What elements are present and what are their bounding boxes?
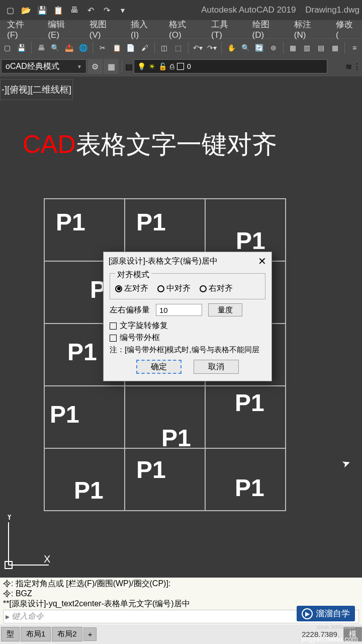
radio-center[interactable]: 中对齐 <box>157 283 191 294</box>
misc2-icon[interactable]: ⋮ <box>353 62 361 71</box>
menu-modify[interactable]: 修改( <box>329 20 362 38</box>
cell-text: P1 <box>235 389 264 417</box>
menu-edit[interactable]: 编辑(E) <box>41 20 82 38</box>
layers-icon[interactable]: ≋ <box>345 62 352 71</box>
cmd-history-line: 令: BGZ <box>3 589 359 599</box>
print-icon[interactable]: 🖶 <box>35 41 48 54</box>
dialog-note: 注：[编号带外框]模式时,编号与表格不能同层 <box>110 345 265 355</box>
menu-view[interactable]: 视图(V) <box>82 20 124 38</box>
pan-icon[interactable]: ✋ <box>225 41 238 54</box>
cell-text: P1 <box>67 338 97 366</box>
block-icon[interactable]: ◫ <box>158 41 171 54</box>
watermark-badge: ▶ 溜溜自学 <box>297 606 355 621</box>
undo-icon[interactable]: ↶ <box>83 3 98 17</box>
divider <box>93 42 93 54</box>
radio-icon <box>157 285 164 292</box>
redo-icon[interactable]: ↷▾ <box>205 41 218 54</box>
menu-insert[interactable]: 插入(I) <box>124 20 162 38</box>
cut-icon[interactable]: ✂ <box>96 41 109 54</box>
save-icon[interactable]: 💾 <box>35 3 50 17</box>
paste-icon[interactable]: 📄 <box>124 41 137 54</box>
menu-draw[interactable]: 绘图(D) <box>245 20 287 38</box>
dialog-body: 对齐模式 左对齐 中对齐 右对齐 左右偏移量 量度 文字旋转修复 编号带外框 注… <box>104 270 272 381</box>
workspace-dropdown[interactable]: oCAD经典模式 <box>1 59 86 73</box>
cmd-history-line: 令: 指定对角点或 [栏选(F)/圈围(WP)/圈交(CP)]: <box>3 579 359 589</box>
radio-left[interactable]: 左对齐 <box>115 283 148 294</box>
cell-text: P1 <box>56 208 85 236</box>
plot-icon[interactable]: 🖶 <box>67 3 82 17</box>
cell-text: P1 <box>136 208 166 236</box>
redo-icon[interactable]: ↷ <box>99 3 114 17</box>
dropdown-icon[interactable]: ▾ <box>115 3 130 17</box>
tab-add[interactable]: + <box>83 627 97 641</box>
layer-dropdown[interactable]: 💡 ☀ 🔓 ⎙ 0 <box>134 59 327 73</box>
publish-icon[interactable]: 📤 <box>63 41 76 54</box>
saveas-icon[interactable]: 📋 <box>51 3 66 17</box>
new-icon[interactable]: ▢ <box>1 41 14 54</box>
copy-icon[interactable]: 📋 <box>110 41 123 54</box>
cell-text: P1 <box>50 400 79 428</box>
standard-toolbar: ▢ 💾 🖶 🔍 📤 🌐 ✂ 📋 📄 🖌 ◫ ⬚ ↶▾ ↷▾ ✋ 🔍 🔄 ⊚ ▦ … <box>0 38 362 56</box>
menu-tools[interactable]: 工具(T) <box>204 20 245 38</box>
dialog-titlebar[interactable]: [源泉设计]-表格文字(编号)居中 ✕ <box>104 252 272 270</box>
menu-dim[interactable]: 标注(N) <box>287 20 329 38</box>
sun-icon: ☀ <box>149 62 155 70</box>
cancel-button[interactable]: 取消 <box>194 360 239 374</box>
checkbox-icon <box>110 335 117 342</box>
gear-icon[interactable]: ⚙ <box>87 59 103 74</box>
table-cell: P1 <box>205 448 286 511</box>
divider <box>122 60 122 72</box>
cursor-icon: ➤ <box>340 456 352 470</box>
match-icon[interactable]: 🖌 <box>138 41 151 54</box>
radio-right[interactable]: 右对齐 <box>200 283 233 294</box>
tab-layout1[interactable]: 布局1 <box>21 627 51 641</box>
divider <box>154 42 155 54</box>
cell-text: P1 <box>136 456 166 484</box>
ok-button[interactable]: 确定 <box>136 360 182 374</box>
sheet-icon[interactable]: ▦ <box>328 41 341 54</box>
play-icon: ▶ <box>302 608 313 619</box>
props-icon[interactable]: ▦ <box>287 41 300 54</box>
baidu-watermark: jingyan.baidu.com <box>301 635 358 643</box>
check-rotate[interactable]: 文字旋转修复 <box>110 320 265 331</box>
steering-icon[interactable]: ⊚ <box>267 41 280 54</box>
command-placeholder: 键入命令 <box>12 611 44 622</box>
layer-props-icon[interactable]: ▤ <box>125 62 133 71</box>
undo-icon[interactable]: ↶▾ <box>192 41 205 54</box>
radio-icon <box>200 285 207 292</box>
design-icon[interactable]: ▥ <box>301 41 314 54</box>
globe-icon[interactable]: 🌐 <box>76 41 89 54</box>
divider <box>188 42 189 54</box>
offset-input[interactable] <box>156 304 202 316</box>
offset-label: 左右偏移量 <box>110 305 150 315</box>
viewport-label[interactable]: -][俯视][二维线框] <box>0 79 73 100</box>
tab-layout2[interactable]: 布局2 <box>52 627 82 641</box>
table-cell: P1 <box>44 386 125 448</box>
fieldset-legend: 对齐模式 <box>115 270 151 280</box>
settings-icon[interactable]: ▦ <box>104 59 119 74</box>
preview-icon[interactable]: 🔍 <box>49 41 62 54</box>
new-icon[interactable]: ▢ <box>3 3 18 17</box>
orbit-icon[interactable]: 🔄 <box>253 41 266 54</box>
zoom-icon[interactable]: 🔍 <box>239 41 252 54</box>
select-icon[interactable]: ⬚ <box>172 41 185 54</box>
save-icon[interactable]: 💾 <box>15 41 28 54</box>
menu-file[interactable]: 文件(F) <box>0 20 41 38</box>
close-icon[interactable]: ✕ <box>258 255 266 267</box>
table-cell: P1 <box>205 386 286 448</box>
misc-icon[interactable]: ≡ <box>348 41 361 54</box>
app-title: Autodesk AutoCAD 2019 Drawing1.dwg <box>201 5 359 15</box>
open-icon[interactable]: 📂 <box>19 3 34 17</box>
table-cell: P1 <box>125 448 205 511</box>
menu-format[interactable]: 格式(O) <box>162 20 204 38</box>
radio-icon <box>115 285 122 292</box>
layer-name: 0 <box>187 62 191 70</box>
ucs-icon: Y X <box>1 515 56 575</box>
table-cell: P1 <box>125 386 205 448</box>
tool-icon[interactable]: ▤ <box>315 41 328 54</box>
svg-text:Y: Y <box>6 515 13 522</box>
divider <box>283 42 284 54</box>
tab-model[interactable]: 型 <box>1 627 20 641</box>
measure-button[interactable]: 量度 <box>208 303 242 316</box>
check-frame[interactable]: 编号带外框 <box>110 333 265 343</box>
